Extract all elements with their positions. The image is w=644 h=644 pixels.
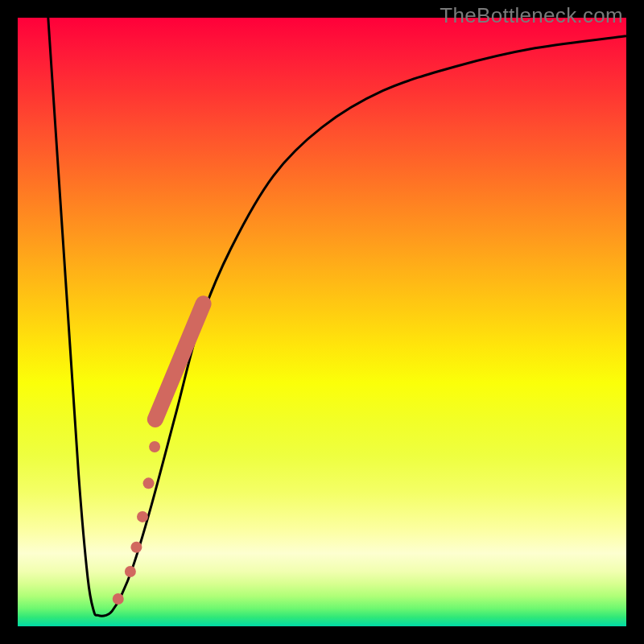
data-dot (137, 511, 148, 522)
bottleneck-curve (48, 18, 626, 616)
data-dot (125, 566, 136, 577)
chart-frame: TheBottleneck.com (0, 0, 644, 644)
data-dot (149, 441, 160, 452)
data-dot (143, 477, 155, 489)
data-dot (113, 593, 124, 605)
data-dot (130, 542, 142, 553)
curve-layer (0, 0, 644, 644)
